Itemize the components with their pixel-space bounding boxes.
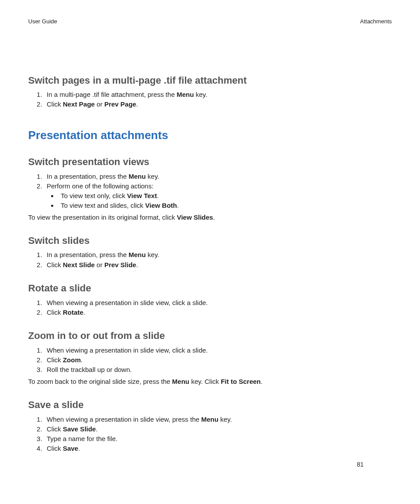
heading-rotate: Rotate a slide xyxy=(28,282,392,295)
save-steps: When viewing a presentation in slide vie… xyxy=(28,415,392,453)
header-right: Attachments xyxy=(360,18,392,26)
text: To view the presentation in its original… xyxy=(28,213,177,221)
switch-slides-step-1: In a presentation, press the Menu key. xyxy=(44,250,392,259)
save-step-2: Click Save Slide. xyxy=(44,425,392,434)
text: key. xyxy=(194,91,207,98)
text: or xyxy=(95,261,104,269)
tif-steps: In a multi-page .tif file attachment, pr… xyxy=(28,90,392,109)
bold-text: Fit to Screen xyxy=(221,378,261,385)
bold-text: Menu xyxy=(129,173,146,180)
text: key. xyxy=(146,173,159,180)
text: To zoom back to the original slide size,… xyxy=(28,378,172,385)
text: or xyxy=(95,100,104,108)
text: Click xyxy=(47,261,63,269)
tif-step-1: In a multi-page .tif file attachment, pr… xyxy=(44,90,392,99)
rotate-step-2: Click Rotate. xyxy=(44,308,392,317)
text: . xyxy=(83,309,85,316)
tif-step-2: Click Next Page or Prev Page. xyxy=(44,100,392,109)
heading-tif: Switch pages in a multi-page .tif file a… xyxy=(28,74,392,87)
bold-text: Prev Page xyxy=(104,100,136,108)
text: key. xyxy=(146,251,159,258)
text: In a presentation, press the xyxy=(47,251,129,258)
switch-slides-steps: In a presentation, press the Menu key. C… xyxy=(28,250,392,269)
bold-text: Next Page xyxy=(63,100,95,108)
text: . xyxy=(81,356,83,364)
bold-text: Save Slide xyxy=(63,425,96,433)
text: . xyxy=(136,261,138,269)
text: . xyxy=(213,213,215,221)
save-step-1: When viewing a presentation in slide vie… xyxy=(44,415,392,424)
bold-text: View Both xyxy=(145,202,177,209)
bold-text: Menu xyxy=(129,251,146,258)
bold-text: Save xyxy=(63,445,78,452)
text: When viewing a presentation in slide vie… xyxy=(47,416,201,423)
views-step-2: Perform one of the following actions: To… xyxy=(44,182,392,210)
text: To view text and slides, click xyxy=(61,202,145,209)
text: Click xyxy=(47,309,63,316)
bold-text: View Slides xyxy=(177,213,213,221)
zoom-step-3: Roll the trackball up or down. xyxy=(44,365,392,374)
heading-switch-slides: Switch slides xyxy=(28,234,392,247)
text: Click xyxy=(47,100,63,108)
views-step-1: In a presentation, press the Menu key. xyxy=(44,172,392,181)
text: . xyxy=(136,100,138,108)
text: . xyxy=(177,202,179,209)
bold-text: Next Slide xyxy=(63,261,95,269)
text: . xyxy=(261,378,262,385)
bold-text: Rotate xyxy=(63,309,84,316)
bold-text: View Text xyxy=(127,192,157,199)
page-number: 81 xyxy=(357,460,364,469)
text: . xyxy=(78,445,80,452)
text: key. Click xyxy=(189,378,221,385)
bold-text: Menu xyxy=(201,416,218,423)
rotate-steps: When viewing a presentation in slide vie… xyxy=(28,298,392,317)
zoom-step-1: When viewing a presentation in slide vie… xyxy=(44,346,392,355)
text: . xyxy=(96,425,98,433)
heading-save: Save a slide xyxy=(28,398,392,412)
text: . xyxy=(157,192,158,199)
zoom-steps: When viewing a presentation in slide vie… xyxy=(28,346,392,375)
rotate-step-1: When viewing a presentation in slide vie… xyxy=(44,298,392,307)
header-left: User Guide xyxy=(28,18,57,26)
text: In a presentation, press the xyxy=(47,173,129,180)
bold-text: Menu xyxy=(177,91,194,98)
text: In a multi-page .tif file attachment, pr… xyxy=(47,91,177,98)
heading-views: Switch presentation views xyxy=(28,155,392,169)
heading-chapter: Presentation attachments xyxy=(28,128,392,143)
views-bullet-2: To view text and slides, click View Both… xyxy=(58,201,392,210)
text: Click xyxy=(47,425,63,433)
text: To view text only, click xyxy=(61,192,127,199)
save-step-4: Click Save. xyxy=(44,444,392,453)
switch-slides-step-2: Click Next Slide or Prev Slide. xyxy=(44,261,392,269)
save-step-3: Type a name for the file. xyxy=(44,434,392,443)
bold-text: Zoom xyxy=(63,356,81,364)
heading-zoom: Zoom in to or out from a slide xyxy=(28,329,392,342)
views-bullets: To view text only, click View Text. To v… xyxy=(47,191,392,210)
views-bullet-1: To view text only, click View Text. xyxy=(58,191,392,200)
text: Click xyxy=(47,356,63,364)
views-steps: In a presentation, press the Menu key. P… xyxy=(28,172,392,210)
zoom-step-2: Click Zoom. xyxy=(44,356,392,364)
bold-text: Menu xyxy=(172,378,189,385)
text: Perform one of the following actions: xyxy=(47,182,154,190)
views-para: To view the presentation in its original… xyxy=(28,213,392,222)
text: key. xyxy=(218,416,232,423)
zoom-para: To zoom back to the original slide size,… xyxy=(28,377,392,386)
text: Click xyxy=(47,445,63,452)
bold-text: Prev Slide xyxy=(104,261,136,269)
